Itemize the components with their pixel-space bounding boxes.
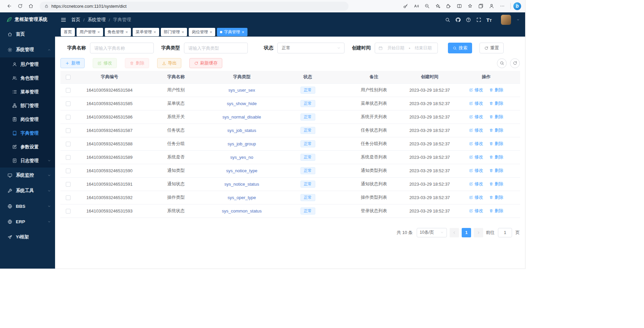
tab-post-management[interactable]: 岗位管理× xyxy=(189,28,215,36)
page-size-select[interactable]: 10条/页 xyxy=(417,228,447,237)
sidebar-item-dict-management[interactable]: 字典管理 xyxy=(0,126,55,140)
row-edit-link[interactable]: 修改 xyxy=(469,127,483,133)
avatar[interactable] xyxy=(501,15,511,25)
search-button[interactable] xyxy=(443,15,452,25)
dict-type-link[interactable]: sys_yes_no xyxy=(230,155,254,160)
browser-refresh-button[interactable] xyxy=(15,1,26,11)
sidebar-item-system-monitor[interactable]: 系统监控 xyxy=(0,168,55,183)
sidebar-item-yi-framework[interactable]: Yi框架 xyxy=(0,229,55,245)
row-checkbox[interactable] xyxy=(66,142,71,146)
row-edit-link[interactable]: 修改 xyxy=(469,194,483,200)
refresh-table-button[interactable] xyxy=(510,58,520,68)
row-delete-link[interactable]: 删除 xyxy=(489,194,503,200)
toggle-search-button[interactable] xyxy=(497,58,507,68)
prev-page-button[interactable] xyxy=(450,228,459,237)
row-delete-link[interactable]: 删除 xyxy=(489,127,503,133)
tab-home[interactable]: 首页 xyxy=(61,28,75,36)
close-tab-icon[interactable]: × xyxy=(126,30,128,34)
sidebar-item-home[interactable]: 首页 xyxy=(0,27,55,42)
row-checkbox[interactable] xyxy=(66,155,71,160)
delete-button[interactable]: 删除 xyxy=(125,58,149,68)
row-checkbox[interactable] xyxy=(66,128,71,133)
profile-button[interactable] xyxy=(486,1,497,11)
favorites-button[interactable] xyxy=(465,1,475,11)
row-edit-link[interactable]: 修改 xyxy=(469,208,483,214)
tab-dept-management[interactable]: 部门管理× xyxy=(161,28,187,36)
sidebar-item-user-management[interactable]: 用户管理 xyxy=(0,57,55,71)
date-range-picker[interactable]: 开始日期 - 结束日期 xyxy=(375,43,438,53)
breadcrumb-item[interactable]: 首页 xyxy=(71,17,80,23)
sidebar-item-log-management[interactable]: 日志管理 xyxy=(0,154,55,168)
tab-dict-management[interactable]: 字典管理× xyxy=(217,28,247,36)
row-edit-link[interactable]: 修改 xyxy=(469,141,483,147)
row-checkbox[interactable] xyxy=(66,195,71,200)
close-tab-icon[interactable]: × xyxy=(182,30,184,34)
split-screen-button[interactable] xyxy=(454,1,465,11)
row-checkbox[interactable] xyxy=(66,88,71,93)
select-all-checkbox[interactable] xyxy=(66,75,71,80)
sidebar-item-param-settings[interactable]: 参数设置 xyxy=(0,140,55,154)
row-delete-link[interactable]: 删除 xyxy=(489,181,503,187)
dict-type-link[interactable]: sys_notice_type xyxy=(226,168,257,173)
sidebar-item-role-management[interactable]: 角色管理 xyxy=(0,71,55,85)
row-edit-link[interactable]: 修改 xyxy=(469,168,483,174)
github-button[interactable] xyxy=(453,15,462,25)
row-checkbox[interactable] xyxy=(66,115,71,120)
browser-home-button[interactable] xyxy=(26,1,36,11)
dict-type-link[interactable]: sys_job_group xyxy=(228,141,256,146)
question-button[interactable] xyxy=(464,15,473,25)
extensions-button[interactable] xyxy=(443,1,454,11)
row-delete-link[interactable]: 删除 xyxy=(489,168,503,174)
edit-button[interactable]: 修改 xyxy=(93,58,117,68)
sidebar-item-post-management[interactable]: 岗位管理 xyxy=(0,112,55,126)
tab-menu-management[interactable]: 菜单管理× xyxy=(133,28,159,36)
sidebar-item-system-tools[interactable]: 系统工具 xyxy=(0,183,55,198)
dict-type-link[interactable]: sys_notice_status xyxy=(224,182,259,187)
goto-page-input[interactable] xyxy=(498,228,512,237)
close-tab-icon[interactable]: × xyxy=(97,30,100,34)
row-delete-link[interactable]: 删除 xyxy=(489,141,503,147)
row-delete-link[interactable]: 删除 xyxy=(489,114,503,120)
row-edit-link[interactable]: 修改 xyxy=(469,100,483,106)
close-tab-icon[interactable]: × xyxy=(242,30,244,34)
dict-type-link[interactable]: sys_normal_disable xyxy=(223,114,261,120)
row-checkbox[interactable] xyxy=(66,169,71,173)
search-button[interactable]: 搜索 xyxy=(448,43,472,53)
more-button[interactable] xyxy=(497,1,508,11)
zoom-out-button[interactable] xyxy=(422,1,432,11)
expand-button[interactable] xyxy=(474,15,483,25)
avatar-chevron-down-icon[interactable] xyxy=(516,18,520,21)
favorite-add-button[interactable] xyxy=(432,1,443,11)
row-edit-link[interactable]: 修改 xyxy=(469,181,483,187)
close-tab-icon[interactable]: × xyxy=(210,30,212,34)
dict-name-input[interactable] xyxy=(90,43,154,53)
row-delete-link[interactable]: 删除 xyxy=(489,87,503,93)
add-button[interactable]: 新增 xyxy=(60,58,85,68)
row-edit-link[interactable]: 修改 xyxy=(469,154,483,160)
address-bar[interactable]: https://ccnetcore.com:1101/system/dict xyxy=(40,2,349,11)
tab-role-management[interactable]: 角色管理× xyxy=(105,28,131,36)
row-edit-link[interactable]: 修改 xyxy=(469,114,483,120)
row-edit-link[interactable]: 修改 xyxy=(469,87,483,93)
breadcrumb-item[interactable]: 系统管理 xyxy=(88,17,106,23)
next-page-button[interactable] xyxy=(474,228,483,237)
sidebar-item-menu-management[interactable]: 菜单管理 xyxy=(0,85,55,99)
collections-button[interactable] xyxy=(475,1,486,11)
sidebar-item-erp[interactable]: ERP xyxy=(0,214,55,229)
status-select[interactable]: 正常 xyxy=(277,43,344,53)
collapse-sidebar-button[interactable] xyxy=(60,17,66,23)
row-delete-link[interactable]: 删除 xyxy=(489,100,503,106)
read-aloud-button[interactable] xyxy=(411,1,422,11)
refresh-cache-button[interactable]: 刷新缓存 xyxy=(189,58,222,68)
font-size-button[interactable]: TT xyxy=(485,15,494,25)
tab-user-management[interactable]: 用户管理× xyxy=(77,28,103,36)
dict-type-link[interactable]: sys_oper_type xyxy=(228,195,256,200)
sidebar-item-system-management[interactable]: 系统管理 xyxy=(0,42,55,57)
row-checkbox[interactable] xyxy=(66,101,71,106)
reset-button[interactable]: 重置 xyxy=(479,43,504,53)
sidebar-item-dept-management[interactable]: 部门管理 xyxy=(0,99,55,112)
export-button[interactable]: 导出 xyxy=(157,58,181,68)
row-delete-link[interactable]: 删除 xyxy=(489,208,503,214)
dict-type-link[interactable]: sys_common_status xyxy=(222,208,262,214)
key-button[interactable] xyxy=(400,1,411,11)
